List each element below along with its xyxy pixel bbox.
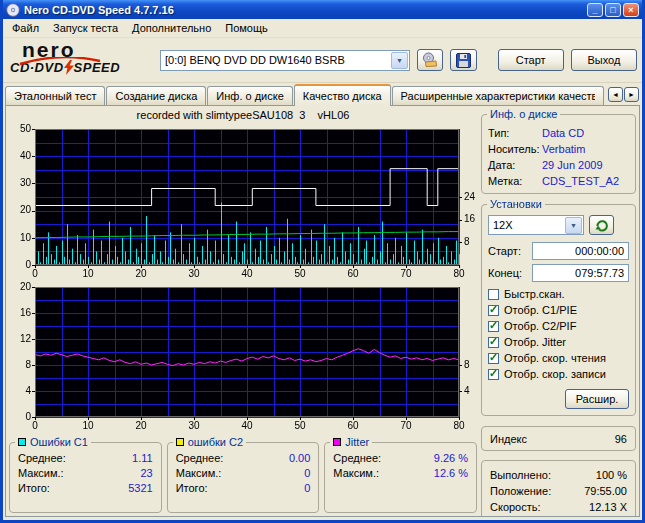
tab-scroll-right-button[interactable]: ► xyxy=(624,87,639,102)
tab-disc-info[interactable]: Инф. о диске xyxy=(207,86,292,105)
disc-type-label: Тип: xyxy=(488,125,542,141)
done-label: Выполнено: xyxy=(490,467,551,483)
check-icon: ✓ xyxy=(489,319,498,332)
tab-advanced-quality[interactable]: Расширенные характеристики качества дис xyxy=(392,86,604,105)
c1-errors-legend: Ошибки C1 xyxy=(15,436,91,448)
stat-row: Среднее:0.00 xyxy=(174,451,313,466)
checkbox-show-write-speed[interactable]: ✓ Отобр. скор. записи xyxy=(488,366,629,382)
show-write-speed-label: Отобр. скор. записи xyxy=(504,368,606,380)
save-icon xyxy=(456,53,471,68)
tab-create-disc-label: Создание диска xyxy=(115,90,197,102)
disc-date-label: Дата: xyxy=(488,157,542,173)
stat-row: Максим.:0 xyxy=(174,466,313,481)
menu-extra[interactable]: Дополнительно xyxy=(125,20,218,36)
fast-scan-checkbox[interactable] xyxy=(488,289,499,300)
drive-select[interactable]: [0:0] BENQ DVD DD DW1640 BSRB ▼ xyxy=(160,50,410,71)
disc-info-group: Инф. о диске Тип:Data CD Носитель:Verbat… xyxy=(481,114,636,194)
maximize-button[interactable]: □ xyxy=(605,3,621,17)
speed-select[interactable]: 12X ▼ xyxy=(488,215,584,235)
minimize-button[interactable]: _ xyxy=(587,3,603,17)
menu-file[interactable]: Файл xyxy=(5,20,46,36)
end-position-label: Конец: xyxy=(488,267,532,279)
speed-select-arrow-icon[interactable]: ▼ xyxy=(565,217,582,234)
tab-disc-quality[interactable]: Качество диска xyxy=(294,84,391,106)
tab-benchmark-label: Эталонный тест xyxy=(14,90,96,102)
speed-row: 12X ▼ xyxy=(488,215,629,235)
disc-date-value: 29 Jun 2009 xyxy=(542,157,603,173)
check-icon: ✓ xyxy=(489,335,498,348)
checkbox-show-c2[interactable]: ✓ Отобр. C2/PIF xyxy=(488,318,629,334)
stat-row: Максим.:12.6 % xyxy=(331,466,470,481)
sidebar: Инф. о диске Тип:Data CD Носитель:Verbat… xyxy=(481,109,636,513)
tab-scroll-left-button[interactable]: ◄ xyxy=(608,87,623,102)
jitter-avg-value: 9.26 % xyxy=(434,451,468,466)
tab-create-disc[interactable]: Создание диска xyxy=(106,86,206,105)
c1-avg-label: Среднее: xyxy=(18,451,66,466)
start-button[interactable]: Старт xyxy=(498,49,564,71)
checkbox-fast-scan[interactable]: Быстр.скан. xyxy=(488,286,629,302)
stat-row: Среднее:1.11 xyxy=(16,451,155,466)
disc-hand-button[interactable] xyxy=(417,49,443,71)
speed-value: 12.13 X xyxy=(589,499,627,515)
show-c1-checkbox[interactable]: ✓ xyxy=(488,305,499,316)
index-value: 96 xyxy=(615,433,627,445)
c1-avg-value: 1.11 xyxy=(132,451,153,466)
c2-max-value: 0 xyxy=(304,466,310,481)
speed-select-value: 12X xyxy=(489,219,564,231)
drive-select-arrow-icon[interactable]: ▼ xyxy=(391,52,408,69)
c1-errors-group: Ошибки C1 Среднее:1.11 Максим.:23 Итого:… xyxy=(9,442,162,513)
c2-avg-value: 0.00 xyxy=(289,451,310,466)
tab-disc-quality-label: Качество диска xyxy=(303,90,382,102)
stat-row: Итого:0 xyxy=(174,481,313,496)
checkbox-show-jitter[interactable]: ✓ Отобр. Jitter xyxy=(488,334,629,350)
c2-color-swatch xyxy=(176,438,184,446)
nero-logo: nero CD·DVD SPEED xyxy=(8,40,153,80)
progress-row: Положение:79:55.00 xyxy=(490,483,627,499)
save-button[interactable] xyxy=(450,49,476,71)
show-c2-checkbox[interactable]: ✓ xyxy=(488,321,499,332)
progress-group: Выполнено:100 % Положение:79:55.00 Скоро… xyxy=(481,460,636,517)
exit-button[interactable]: Выход xyxy=(571,49,637,71)
checkbox-show-c1[interactable]: ✓ Отобр. C1/PIE xyxy=(488,302,629,318)
c2-errors-group: ошибки C2 Среднее:0.00 Максим.:0 Итого:0 xyxy=(167,442,320,513)
start-position-row: Старт: 000:00:00 xyxy=(488,242,629,260)
jitter-max-value: 12.6 % xyxy=(434,466,468,481)
start-position-field[interactable]: 000:00:00 xyxy=(532,242,629,260)
tab-advanced-quality-label: Расширенные характеристики качества дис xyxy=(401,90,595,102)
show-read-speed-checkbox[interactable]: ✓ xyxy=(488,353,499,364)
end-position-field[interactable]: 079:57.73 xyxy=(532,264,629,282)
check-icon: ✓ xyxy=(489,367,498,380)
app-icon xyxy=(6,3,20,17)
drive-select-value: [0:0] BENQ DVD DD DW1640 BSRB xyxy=(161,54,390,66)
tab-benchmark[interactable]: Эталонный тест xyxy=(5,86,105,105)
show-jitter-checkbox[interactable]: ✓ xyxy=(488,337,499,348)
show-write-speed-checkbox[interactable]: ✓ xyxy=(488,369,499,380)
disc-info-row: Носитель:Verbatim xyxy=(488,141,629,157)
position-value: 79:55.00 xyxy=(584,483,627,499)
index-label: Индекс xyxy=(490,433,527,445)
stat-row: Максим.:23 xyxy=(16,466,155,481)
disc-info-row: Дата:29 Jun 2009 xyxy=(488,157,629,173)
menu-run-test[interactable]: Запуск теста xyxy=(46,20,125,36)
close-button[interactable]: × xyxy=(623,3,639,17)
settings-legend: Установки xyxy=(487,198,545,210)
start-position-label: Старт: xyxy=(488,245,532,257)
app-window: Nero CD-DVD Speed 4.7.7.16 _ □ × Файл За… xyxy=(0,0,645,523)
toolbar: nero CD·DVD SPEED [0:0] BENQ DVD DD DW16… xyxy=(3,38,642,83)
main-panel: recorded with slimtypeeSAU108 3 vHL06 Ош… xyxy=(5,105,640,517)
c2-total-value: 0 xyxy=(304,481,310,496)
title-bar[interactable]: Nero CD-DVD Speed 4.7.7.16 _ □ × xyxy=(3,0,642,19)
c1-color-swatch xyxy=(18,438,26,446)
checkbox-show-read-speed[interactable]: ✓ Отобр. скор. чтения xyxy=(488,350,629,366)
disc-type-value: Data CD xyxy=(542,125,584,141)
c2-errors-legend: ошибки C2 xyxy=(173,436,246,448)
show-read-speed-label: Отобр. скор. чтения xyxy=(504,352,606,364)
menu-help[interactable]: Помощь xyxy=(218,20,275,36)
disc-info-legend: Инф. о диске xyxy=(487,108,560,120)
refresh-button[interactable] xyxy=(589,215,614,235)
advanced-button[interactable]: Расшир. xyxy=(565,389,629,409)
speed-label: Скорость: xyxy=(490,499,541,515)
window-title: Nero CD-DVD Speed 4.7.7.16 xyxy=(24,4,174,16)
c1-max-value: 23 xyxy=(140,466,152,481)
disc-label-value: CDS_TEST_A2 xyxy=(542,173,619,189)
